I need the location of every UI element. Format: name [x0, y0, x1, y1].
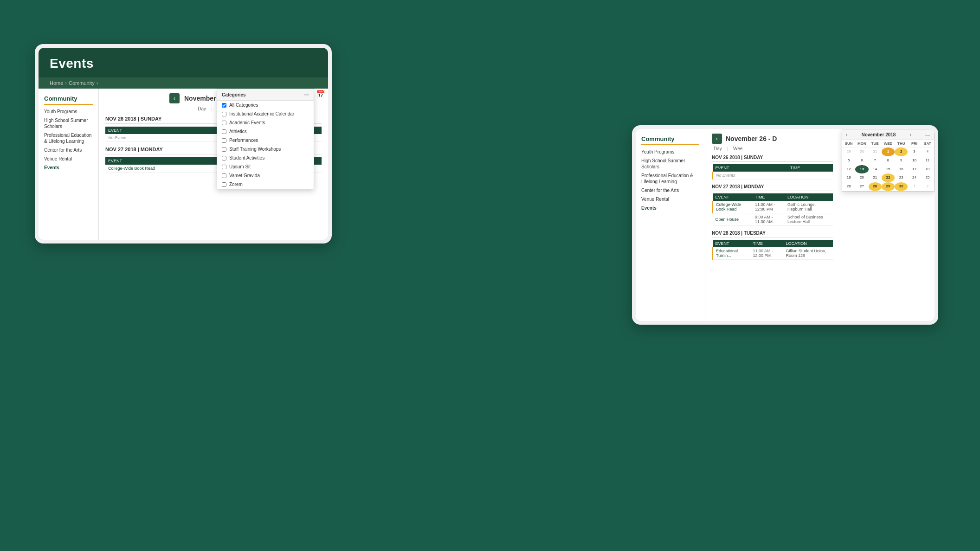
cal-day[interactable]: 2: [921, 182, 934, 191]
cat-checkbox-institutional[interactable]: [222, 112, 226, 116]
cal-day[interactable]: 17: [908, 165, 921, 174]
cat-checkbox-vamet[interactable]: [222, 173, 226, 178]
cal-day[interactable]: 10: [908, 156, 921, 165]
cal-day[interactable]: 29: [842, 147, 855, 156]
cal-day[interactable]: 9: [895, 156, 908, 165]
sidebar-link-events[interactable]: Events: [44, 165, 93, 171]
breadcrumb-home[interactable]: Home: [50, 80, 63, 86]
cal-day[interactable]: 5: [842, 156, 855, 165]
cal-day[interactable]: 11: [921, 156, 934, 165]
event-time: [787, 172, 833, 179]
cat-label-athletics: Athletics: [229, 129, 247, 134]
right-sidebar-title: Community: [641, 135, 699, 145]
cal-day[interactable]: 7: [869, 156, 882, 165]
cat-checkbox-all[interactable]: [222, 103, 226, 108]
right-sidebar-highschool[interactable]: High School Summer Scholars: [641, 158, 699, 170]
event-name[interactable]: Educational Turnin...: [713, 247, 750, 260]
cal-day[interactable]: 14: [869, 165, 882, 174]
right-sidebar-professional[interactable]: Professional Education & Lifelong Learni…: [641, 173, 699, 185]
right-heading-nov27: NOV 27 2018 | MONDAY: [712, 184, 833, 191]
right-sidebar-events[interactable]: Events: [641, 205, 699, 211]
cal-day[interactable]: 6: [855, 156, 868, 165]
cal-dow-sat: SAT: [921, 140, 934, 147]
event-location: Gillian Student Union, Room 129: [783, 247, 833, 260]
cal-dow-wed: WED: [882, 140, 895, 147]
cat-checkbox-athletics[interactable]: [222, 129, 226, 134]
cal-day-highlighted[interactable]: 30: [895, 182, 908, 191]
cat-checkbox-performances[interactable]: [222, 138, 226, 143]
event-time: 11:00 AM - 12:00 PM: [750, 247, 783, 260]
cat-header-buttons: —: [304, 92, 309, 97]
cal-day[interactable]: 8: [882, 156, 895, 165]
cal-day-highlighted[interactable]: 29: [882, 182, 895, 191]
sidebar-link-high-school[interactable]: High School Summer Scholars: [44, 117, 93, 129]
col-time: TIME: [750, 240, 783, 247]
cal-day[interactable]: 20: [855, 173, 868, 182]
cal-day-today[interactable]: 1: [882, 147, 895, 156]
calendar-icon[interactable]: 📅: [316, 90, 325, 98]
cal-day[interactable]: 16: [895, 165, 908, 174]
cal-day[interactable]: 27: [855, 182, 868, 191]
table-row: No Events: [713, 172, 833, 179]
sidebar-link-venue[interactable]: Venue Rental: [44, 156, 93, 162]
event-time: 11:00 AM - 12:00 PM: [752, 201, 785, 213]
cal-day-highlighted[interactable]: 2: [895, 147, 908, 156]
mini-cal-grid: SUN MON TUE WED THU FRI SAT 29 30 31 1 2…: [842, 140, 934, 191]
cal-day[interactable]: 3: [908, 147, 921, 156]
cat-checkbox-academic[interactable]: [222, 121, 226, 125]
cal-day[interactable]: 25: [921, 173, 934, 182]
prev-arrow[interactable]: ‹: [169, 93, 180, 103]
sidebar-link-youth-programs[interactable]: Youth Programs: [44, 109, 93, 115]
cat-checkbox-staff[interactable]: [222, 147, 226, 152]
cat-checkbox-student[interactable]: [222, 156, 226, 160]
left-sidebar: Community Youth Programs High School Sum…: [39, 89, 99, 240]
event-name[interactable]: Open House: [713, 213, 753, 226]
cal-day[interactable]: 26: [842, 182, 855, 191]
cal-day[interactable]: 18: [921, 165, 934, 174]
cal-day-highlighted[interactable]: 22: [882, 173, 895, 182]
cal-day[interactable]: 23: [895, 173, 908, 182]
col-time: TIME: [752, 193, 785, 201]
cal-day[interactable]: 19: [842, 173, 855, 182]
sidebar-link-professional[interactable]: Professional Education & Lifelong Learni…: [44, 132, 93, 144]
right-view-day[interactable]: Day: [714, 146, 722, 151]
view-day[interactable]: Day: [198, 106, 206, 111]
sidebar-link-center-arts[interactable]: Center for the Arts: [44, 147, 93, 153]
cal-day[interactable]: 30: [855, 147, 868, 156]
cat-item-staff: Staff Training Workshops: [217, 145, 314, 154]
right-prev-arrow[interactable]: ‹: [712, 134, 722, 144]
event-location: School of Business Lecture Hall: [785, 213, 833, 226]
cal-day-selected[interactable]: 13: [855, 165, 868, 174]
categories-dropdown: Categories — All Categories Institutiona…: [217, 89, 314, 189]
event-name[interactable]: College-Wide Book Read: [713, 201, 753, 213]
cal-day[interactable]: 12: [842, 165, 855, 174]
cal-day[interactable]: 4: [921, 147, 934, 156]
mini-cal-next[interactable]: ›: [910, 132, 911, 137]
mini-cal-close[interactable]: —: [925, 132, 930, 137]
table-row: College-Wide Book Read 11:00 AM - 12:00 …: [713, 201, 833, 213]
right-sidebar-venue[interactable]: Venue Rental: [641, 196, 699, 202]
mini-cal-prev[interactable]: ‹: [846, 132, 847, 137]
cal-day[interactable]: 24: [908, 173, 921, 182]
cat-item-all: All Categories: [217, 101, 314, 109]
cal-day-highlighted[interactable]: 28: [869, 182, 882, 191]
cat-label-student: Student Activities: [229, 155, 264, 160]
cat-label-institutional: Institutional Academic Calendar: [229, 111, 294, 116]
cat-label-performances: Performances: [229, 138, 258, 143]
breadcrumb-community[interactable]: Community: [69, 80, 95, 86]
cat-label-vamet: Vamet Gravida: [229, 173, 260, 178]
cat-item-zorem: Zorem: [217, 180, 314, 189]
minimize-icon[interactable]: —: [304, 92, 309, 97]
right-heading-nov26: NOV 26 2018 | SUNDAY: [712, 155, 833, 162]
cat-checkbox-upsum[interactable]: [222, 165, 226, 169]
cal-day[interactable]: 31: [869, 147, 882, 156]
cal-day[interactable]: 21: [869, 173, 882, 182]
col-event: EVENT: [713, 193, 753, 201]
cal-day[interactable]: 15: [882, 165, 895, 174]
right-view-week[interactable]: Wee: [733, 146, 742, 151]
cal-day[interactable]: 1: [908, 182, 921, 191]
right-sidebar-arts[interactable]: Center for the Arts: [641, 187, 699, 193]
right-body: Community Youth Programs High School Sum…: [636, 129, 935, 321]
cat-checkbox-zorem[interactable]: [222, 182, 226, 187]
right-sidebar-youth[interactable]: Youth Programs: [641, 149, 699, 155]
